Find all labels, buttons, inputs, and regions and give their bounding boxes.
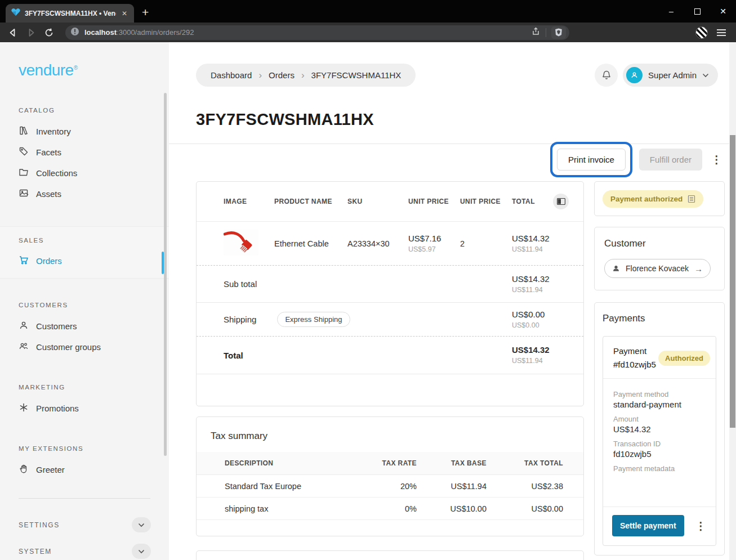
hand-icon bbox=[19, 464, 29, 476]
amount-label: Amount bbox=[613, 415, 706, 423]
payment-method-value: standard-payment bbox=[613, 400, 706, 409]
sidebar: vendure® CATALOG Inventory Facets Collec… bbox=[0, 42, 169, 560]
shipping-row: ShippingExpress Shipping US$0.00US$0.00 bbox=[197, 303, 583, 337]
page-title: 3FY7FSCWSHMA11HX bbox=[196, 110, 736, 129]
total-row: Total US$14.32US$11.94 bbox=[197, 337, 583, 374]
payment-detail-box: Payment#fd10zwjb5 Authorized Payment met… bbox=[603, 336, 716, 546]
col-header-unit-price: UNIT PRICE bbox=[408, 198, 460, 205]
shipping-value: US$0.00 bbox=[512, 310, 545, 319]
sidebar-scrollbar[interactable] bbox=[164, 93, 167, 456]
share-icon[interactable] bbox=[530, 26, 541, 39]
transaction-id-label: Transaction ID bbox=[613, 440, 706, 448]
back-button[interactable] bbox=[7, 26, 19, 39]
tax-row: shipping tax 0% US$10.00 US$0.00 bbox=[197, 498, 583, 520]
avatar bbox=[626, 67, 643, 83]
subtotal-row: Sub total US$14.32US$11.94 bbox=[197, 266, 583, 303]
sidebar-item-assets[interactable]: Assets bbox=[0, 183, 169, 204]
sidebar-item-greeter[interactable]: Greeter bbox=[0, 459, 169, 480]
payment-more-actions-button[interactable]: ⋮ bbox=[695, 519, 707, 532]
notifications-button[interactable] bbox=[595, 64, 618, 87]
breadcrumb-separator: › bbox=[301, 70, 305, 81]
vendure-logo[interactable]: vendure® bbox=[19, 61, 169, 79]
customer-link[interactable]: Florence Kovacek → bbox=[604, 259, 711, 278]
brave-shield-icon[interactable] bbox=[551, 26, 566, 39]
image-icon bbox=[19, 188, 29, 200]
column-settings-button[interactable] bbox=[553, 194, 569, 209]
tab-close-icon[interactable]: ✕ bbox=[121, 10, 128, 17]
tag-icon bbox=[19, 146, 29, 158]
window-minimize-button[interactable]: – bbox=[658, 0, 684, 23]
chevron-down-icon[interactable] bbox=[132, 517, 151, 532]
subtotal-net: US$11.94 bbox=[512, 286, 543, 294]
fulfill-order-button[interactable]: Fulfill order bbox=[639, 149, 702, 171]
line-total: US$14.32US$11.94 bbox=[512, 234, 553, 254]
address-bar[interactable]: localhost:3000/admin/orders/292 bbox=[65, 25, 569, 40]
reload-button[interactable] bbox=[43, 26, 55, 39]
annotation-highlight-box: Print invoice bbox=[550, 142, 632, 177]
browser-tab[interactable]: 3FY7FSCWSHMA11HX • Vendure ✕ bbox=[6, 4, 134, 23]
page-scrollbar[interactable] bbox=[729, 42, 736, 560]
payment-id: #fd10zwjb5 bbox=[613, 360, 656, 369]
section-title-catalog: CATALOG bbox=[19, 107, 169, 114]
settle-payment-button[interactable]: Settle payment bbox=[612, 515, 684, 536]
unit-price: US$7.16US$5.97 bbox=[408, 234, 460, 254]
print-invoice-button[interactable]: Print invoice bbox=[557, 149, 626, 171]
sidebar-item-orders[interactable]: Orders bbox=[0, 250, 169, 271]
order-more-actions-button[interactable]: ⋮ bbox=[711, 153, 722, 166]
browser-profile-avatar[interactable] bbox=[695, 26, 708, 39]
asterisk-icon bbox=[19, 402, 29, 414]
sidebar-section-system[interactable]: SYSTEM bbox=[0, 544, 169, 559]
col-header-product-name: PRODUCT NAME bbox=[274, 198, 347, 205]
breadcrumb: Dashboard › Orders › 3FY7FSCWSHMA11HX bbox=[196, 64, 416, 87]
customer-name: Florence Kovacek bbox=[626, 264, 689, 273]
tax-row: Standard Tax Europe 20% US$11.94 US$2.38 bbox=[197, 475, 583, 498]
col-header-sku: SKU bbox=[347, 198, 408, 205]
forward-button[interactable] bbox=[25, 26, 37, 39]
col-header-description: DESCRIPTION bbox=[225, 459, 349, 467]
order-state-card: Payment authorized bbox=[594, 181, 725, 216]
breadcrumb-dashboard[interactable]: Dashboard bbox=[211, 70, 252, 80]
order-lines-card: IMAGE PRODUCT NAME SKU UNIT PRICE UNIT P… bbox=[196, 181, 584, 406]
payment-metadata-label: Payment metadata bbox=[613, 464, 706, 473]
chevron-down-icon[interactable] bbox=[132, 544, 151, 559]
sidebar-item-collections[interactable]: Collections bbox=[0, 163, 169, 183]
user-icon bbox=[612, 265, 620, 272]
col-header-tax-total: TAX TOTAL bbox=[487, 459, 563, 467]
breadcrumb-orders[interactable]: Orders bbox=[269, 70, 295, 80]
col-header-total: TOTAL bbox=[512, 198, 553, 205]
sidebar-item-promotions[interactable]: Promotions bbox=[0, 398, 169, 419]
sidebar-item-inventory[interactable]: Inventory bbox=[0, 121, 169, 142]
arrow-right-icon: → bbox=[694, 264, 703, 274]
order-state-badge[interactable]: Payment authorized bbox=[603, 190, 703, 208]
col-header-image: IMAGE bbox=[224, 198, 274, 205]
page-scrollbar-thumb[interactable] bbox=[730, 135, 735, 428]
window-close-button[interactable]: ✕ bbox=[710, 0, 736, 23]
folder-icon bbox=[19, 167, 29, 179]
customer-card: Customer Florence Kovacek → bbox=[594, 227, 725, 290]
browser-toolbar: localhost:3000/admin/orders/292 bbox=[0, 23, 736, 42]
payment-status-badge: Authorized bbox=[658, 351, 710, 366]
product-name: Ethernet Cable bbox=[274, 239, 347, 248]
window-maximize-button[interactable] bbox=[684, 0, 710, 23]
sidebar-item-facets[interactable]: Facets bbox=[0, 142, 169, 163]
tax-summary-card: Tax summary DESCRIPTION TAX RATE TAX BAS… bbox=[196, 416, 584, 536]
sidebar-item-customers[interactable]: Customers bbox=[0, 316, 169, 337]
col-header-tax-base: TAX BASE bbox=[417, 459, 487, 467]
columns-icon bbox=[557, 198, 565, 205]
books-icon bbox=[19, 126, 29, 137]
total-value: US$14.32 bbox=[512, 345, 550, 355]
section-title-marketing: MARKETING bbox=[19, 384, 169, 391]
next-section-card bbox=[196, 550, 584, 560]
sidebar-section-settings[interactable]: SETTINGS bbox=[0, 517, 169, 532]
sidebar-divider bbox=[19, 498, 150, 499]
sidebar-item-customer-groups[interactable]: Customer groups bbox=[0, 337, 169, 357]
shipping-net: US$0.00 bbox=[512, 321, 539, 329]
maximize-icon bbox=[694, 8, 701, 15]
browser-menu-icon[interactable] bbox=[717, 29, 726, 36]
tax-summary-title: Tax summary bbox=[211, 431, 583, 442]
site-info-icon[interactable] bbox=[70, 27, 79, 38]
amount-value: US$14.32 bbox=[613, 424, 706, 434]
new-tab-button[interactable]: + bbox=[142, 5, 149, 20]
order-line-row: Ethernet Cable A23334×30 US$7.16US$5.97 … bbox=[197, 222, 583, 266]
user-menu[interactable]: Super Admin bbox=[623, 64, 718, 87]
